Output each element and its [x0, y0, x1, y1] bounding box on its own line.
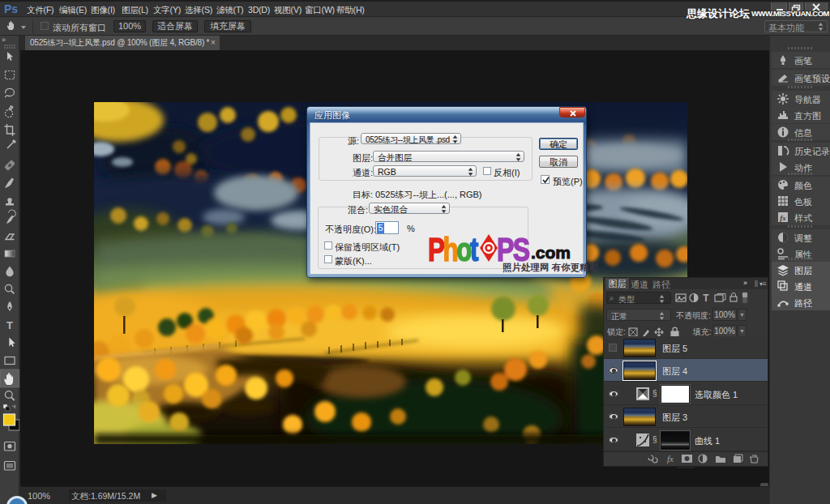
svg-text:T: T [703, 293, 709, 304]
svg-text:T: T [6, 319, 13, 331]
svg-text:fx: fx [780, 214, 786, 222]
svg-text:fx: fx [667, 454, 674, 463]
